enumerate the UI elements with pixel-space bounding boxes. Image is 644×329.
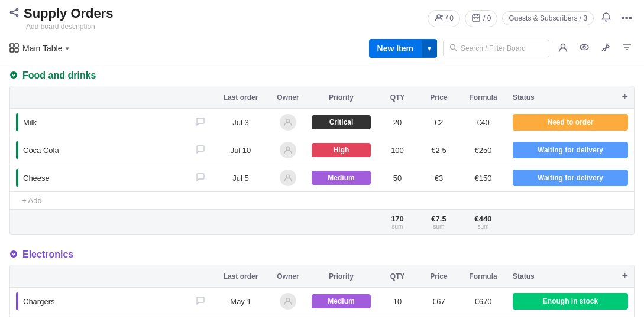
add-column-button[interactable]: + [622, 270, 628, 282]
avatar[interactable] [280, 293, 296, 310]
item-name-cell: Coca Cola [10, 136, 211, 164]
priority-badge[interactable]: Medium [312, 294, 371, 308]
invite-badge[interactable]: / 0 [428, 10, 460, 27]
table-wrapper: Last order Owner Priority QTY Price Form… [9, 265, 635, 317]
table-row: Coca Cola Jul 10 High 100 €2.5 [10, 136, 634, 164]
add-column-button[interactable]: + [622, 91, 628, 103]
comment-icon[interactable] [196, 172, 205, 184]
item-name[interactable]: Milk [23, 118, 37, 127]
svg-point-27 [10, 71, 17, 79]
col-header-last-order: Last order [211, 89, 270, 106]
more-options-button[interactable]: ••• [619, 10, 635, 27]
group-title[interactable]: Electronics [22, 249, 73, 260]
avatar[interactable] [280, 142, 296, 158]
new-item-label: New Item [369, 39, 422, 58]
comment-icon[interactable] [196, 117, 205, 128]
group-collapse-button[interactable] [9, 71, 18, 81]
notifications-button[interactable] [598, 9, 614, 27]
add-item-label: + Add [22, 196, 42, 205]
col-header-name [10, 93, 211, 102]
status-badge[interactable]: Need to order [513, 114, 628, 131]
toolbar: Main Table ▾ New Item ▾ Search / Filter … [0, 33, 644, 64]
search-box[interactable]: Search / Filter Board [443, 40, 549, 57]
svg-point-18 [451, 45, 455, 50]
svg-point-31 [10, 250, 17, 258]
table-header-row: Last order Owner Priority QTY Price Form… [10, 265, 634, 288]
price-cell: €2.5 [418, 141, 459, 159]
group-header: Electronics [9, 249, 635, 260]
item-name[interactable]: Chargers [23, 297, 54, 306]
pin-button[interactable] [598, 40, 613, 57]
svg-point-0 [17, 9, 18, 11]
item-name[interactable]: Coca Cola [23, 146, 59, 155]
group-collapse-button[interactable] [9, 250, 18, 260]
main-table-button[interactable]: Main Table ▾ [9, 43, 69, 54]
price-cell: €67 [418, 292, 459, 311]
summary-price-label: sum [424, 223, 454, 230]
grid-icon [9, 43, 19, 54]
status-cell: Waiting for delivery [507, 165, 634, 191]
comment-icon[interactable] [196, 296, 205, 307]
summary-status [507, 210, 634, 234]
last-order-cell: May 1 [211, 292, 270, 311]
col-header-owner: Owner [270, 268, 306, 285]
status-badge[interactable]: Waiting for delivery [513, 170, 628, 186]
formula-cell: €250 [459, 141, 507, 159]
formula-cell: €670 [459, 292, 507, 311]
col-header-qty: QTY [377, 89, 418, 106]
main-table-label: Main Table [22, 44, 62, 53]
board-description[interactable]: Add board description [26, 22, 114, 31]
guests-label: Guests & Subscribers / 3 [509, 14, 587, 22]
filter-button[interactable] [619, 40, 635, 57]
summary-empty-2 [211, 210, 270, 234]
status-cell: Enough in stock [507, 288, 634, 314]
group-color-bar [16, 292, 18, 310]
add-item-row[interactable]: + Add [10, 192, 634, 209]
svg-point-20 [561, 44, 565, 48]
status-badge[interactable]: Waiting for delivery [513, 142, 628, 158]
qty-cell: 100 [377, 141, 418, 159]
priority-cell: Medium [306, 166, 377, 190]
svg-rect-16 [10, 48, 14, 52]
status-badge[interactable]: Enough in stock [513, 293, 628, 310]
price-cell: €3 [418, 169, 459, 187]
svg-line-4 [12, 13, 16, 15]
table-row: Cheese Jul 5 Medium 50 €3 € [10, 164, 634, 192]
summary-row: 170 sum €7.5 sum €440 sum [10, 209, 634, 234]
group-title[interactable]: Food and drinks [22, 70, 96, 81]
activity-count: / 0 [483, 14, 491, 22]
share-icon[interactable] [9, 8, 19, 19]
col-header-status: Status [513, 272, 535, 281]
col-header-priority: Priority [306, 268, 377, 285]
new-item-button[interactable]: New Item ▾ [369, 39, 437, 58]
svg-rect-15 [15, 44, 18, 47]
summary-formula: €440 sum [459, 210, 507, 234]
col-header-qty: QTY [377, 268, 418, 285]
item-name[interactable]: Cheese [23, 174, 50, 183]
status-cell: Need to order [507, 316, 634, 317]
comment-icon[interactable] [196, 145, 205, 156]
priority-badge[interactable]: Medium [312, 171, 371, 185]
group-color-bar [16, 169, 18, 187]
table-row: Laptops Apr 13 High 5 €3,549 [10, 315, 634, 317]
priority-badge[interactable]: High [312, 143, 371, 157]
svg-rect-17 [15, 48, 18, 52]
avatar[interactable] [280, 114, 296, 131]
col-header-price: Price [418, 268, 459, 285]
summary-price-value: €7.5 [424, 214, 454, 223]
svg-point-22 [583, 46, 585, 48]
priority-badge[interactable]: Critical [312, 115, 371, 129]
col-header-last-order: Last order [211, 268, 270, 285]
guests-badge[interactable]: Guests & Subscribers / 3 [502, 11, 594, 25]
activity-icon [471, 13, 481, 24]
person-filter-button[interactable] [555, 40, 571, 57]
avatar[interactable] [280, 170, 296, 186]
new-item-arrow[interactable]: ▾ [422, 40, 437, 57]
invite-icon [434, 13, 444, 24]
eye-button[interactable] [577, 40, 592, 57]
owner-cell [270, 165, 306, 191]
activity-badge[interactable]: / 0 [465, 10, 497, 27]
svg-line-3 [12, 10, 16, 12]
search-placeholder: Search / Filter Board [461, 44, 526, 53]
svg-line-19 [455, 49, 457, 51]
